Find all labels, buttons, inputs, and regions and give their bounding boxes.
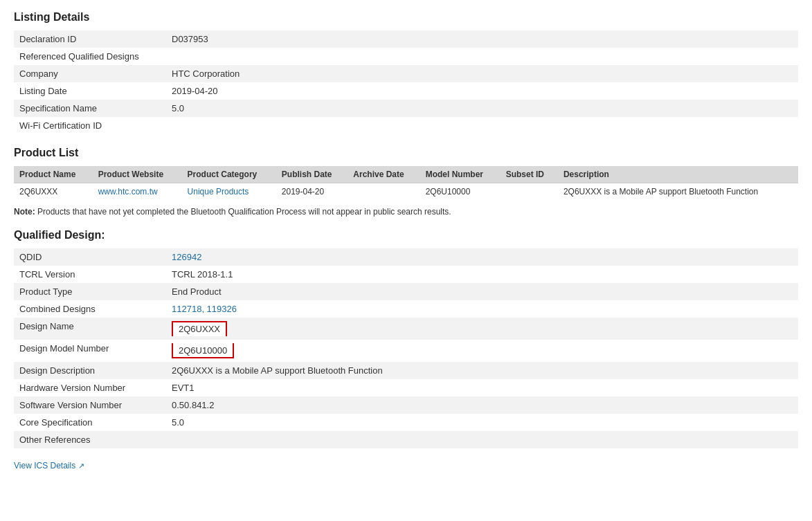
product-list-title: Product List: [14, 147, 798, 159]
listing-detail-value: HTC Corporation: [166, 65, 798, 82]
qualified-design-label: TCRL Version: [14, 266, 166, 283]
view-ics-link[interactable]: View ICS Details ↗: [14, 461, 84, 470]
qualified-design-label: Other References: [14, 431, 166, 448]
qualified-design-label: Design Description: [14, 362, 166, 379]
product-name: 2Q6UXXX: [14, 183, 93, 201]
qualified-design-label: Combined Designs: [14, 300, 166, 318]
qualified-design-row: Design Description 2Q6UXXX is a Mobile A…: [14, 362, 798, 379]
qualified-design-row: Software Version Number 0.50.841.2: [14, 396, 798, 414]
listing-detail-row: Specification Name 5.0: [14, 100, 798, 117]
subset-id: [500, 183, 558, 201]
qualified-design-title: Qualified Design:: [14, 229, 798, 241]
model-number: 2Q6U10000: [420, 183, 500, 201]
qualified-design-value: 0.50.841.2: [166, 396, 798, 414]
qualified-design-label: Design Model Number: [14, 340, 166, 362]
listing-detail-row: Company HTC Corporation: [14, 65, 798, 82]
qualified-design-row: Combined Designs 112718, 119326: [14, 300, 798, 318]
product-col-header: Product Website: [93, 166, 182, 183]
product-list-section: Product List Product NameProduct Website…: [14, 147, 798, 217]
qualified-design-row: Product Type End Product: [14, 283, 798, 300]
listing-detail-row: Referenced Qualified Designs: [14, 48, 798, 65]
listing-detail-label: Referenced Qualified Designs: [14, 48, 166, 65]
qualified-design-value: 2Q6U10000: [166, 340, 798, 362]
qualified-design-value: 2Q6UXXX is a Mobile AP support Bluetooth…: [166, 362, 798, 379]
table-row: 2Q6UXXX www.htc.com.tw Unique Products 2…: [14, 183, 798, 201]
qualified-design-table: QDID 126942 TCRL Version TCRL 2018-1.1 P…: [14, 248, 798, 448]
qualified-design-value: 2Q6UXXX: [166, 318, 798, 340]
product-col-header: Archive Date: [348, 166, 419, 183]
listing-detail-value: D037953: [166, 30, 798, 48]
listing-detail-label: Wi-Fi Certification ID: [14, 117, 166, 134]
listing-detail-value: [166, 48, 798, 65]
qualified-design-row: Design Model Number 2Q6U10000: [14, 340, 798, 362]
listing-details-title: Listing Details: [14, 11, 798, 24]
qualified-design-value[interactable]: 112718, 119326: [166, 300, 798, 318]
qualified-design-value: TCRL 2018-1.1: [166, 266, 798, 283]
qualified-design-row: QDID 126942: [14, 248, 798, 266]
archive-date: [348, 183, 419, 201]
qualified-design-label: Core Specification: [14, 414, 166, 431]
qualified-design-row: TCRL Version TCRL 2018-1.1: [14, 266, 798, 283]
qualified-design-value[interactable]: 126942: [166, 248, 798, 266]
listing-detail-value: [166, 117, 798, 134]
product-category[interactable]: Unique Products: [182, 183, 276, 201]
publish-date: 2019-04-20: [276, 183, 348, 201]
qualified-design-section: Qualified Design: QDID 126942 TCRL Versi…: [14, 229, 798, 470]
product-col-header: Product Name: [14, 166, 93, 183]
view-ics-text: View ICS Details: [14, 461, 75, 470]
product-list-note: Note: Products that have not yet complet…: [14, 207, 798, 217]
note-text: Products that have not yet completed the…: [37, 207, 451, 217]
qualified-design-row: Core Specification 5.0: [14, 414, 798, 431]
listing-detail-label: Specification Name: [14, 100, 166, 117]
listing-detail-row: Listing Date 2019-04-20: [14, 82, 798, 100]
qualified-design-label: Design Name: [14, 318, 166, 340]
listing-detail-label: Declaration ID: [14, 30, 166, 48]
qualified-design-value: 5.0: [166, 414, 798, 431]
qualified-design-label: Hardware Version Number: [14, 379, 166, 396]
product-website[interactable]: www.htc.com.tw: [93, 183, 182, 201]
product-list-table: Product NameProduct WebsiteProduct Categ…: [14, 166, 798, 200]
description: 2Q6UXXX is a Mobile AP support Bluetooth…: [558, 183, 798, 201]
qualified-design-value: EVT1: [166, 379, 798, 396]
product-col-header: Product Category: [182, 166, 276, 183]
product-col-header: Subset ID: [500, 166, 558, 183]
qualified-design-row: Other References: [14, 431, 798, 448]
qualified-design-row: Design Name 2Q6UXXX: [14, 318, 798, 340]
listing-details-section: Listing Details Declaration ID D037953 R…: [14, 11, 798, 134]
qualified-design-label: Product Type: [14, 283, 166, 300]
listing-detail-label: Listing Date: [14, 82, 166, 100]
view-ics-container: View ICS Details ↗: [14, 461, 798, 470]
qualified-design-value: [166, 431, 798, 448]
qualified-design-label: QDID: [14, 248, 166, 266]
note-label: Note:: [14, 207, 35, 217]
qualified-design-label: Software Version Number: [14, 396, 166, 414]
listing-detail-label: Company: [14, 65, 166, 82]
listing-detail-row: Declaration ID D037953: [14, 30, 798, 48]
qualified-design-value: End Product: [166, 283, 798, 300]
listing-detail-value: 5.0: [166, 100, 798, 117]
qualified-design-row: Hardware Version Number EVT1: [14, 379, 798, 396]
product-col-header: Model Number: [420, 166, 500, 183]
listing-detail-value: 2019-04-20: [166, 82, 798, 100]
listing-details-table: Declaration ID D037953 Referenced Qualif…: [14, 30, 798, 134]
listing-detail-row: Wi-Fi Certification ID: [14, 117, 798, 134]
product-col-header: Description: [558, 166, 798, 183]
product-col-header: Publish Date: [276, 166, 348, 183]
external-link-icon: ↗: [78, 461, 84, 470]
